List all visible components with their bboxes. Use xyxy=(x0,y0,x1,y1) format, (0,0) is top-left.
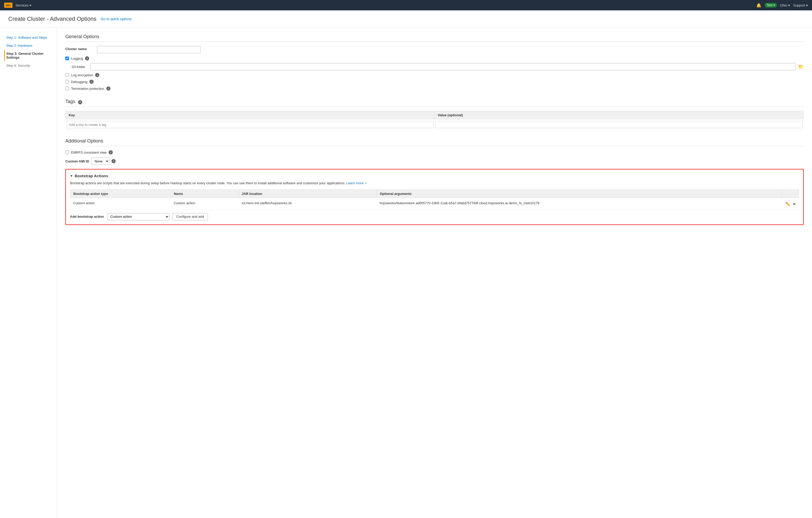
bootstrap-delete-icon[interactable]: ✕ xyxy=(792,202,796,207)
support-chevron-icon: ▾ xyxy=(806,3,808,7)
page-title: Create Cluster - Advanced Options xyxy=(8,16,96,22)
support-label: Support xyxy=(793,3,805,7)
bootstrap-edit-icon[interactable]: ✏️ xyxy=(785,202,790,207)
sidebar-item-step4: Step 4: Security xyxy=(4,62,53,69)
main-layout: Step 1: Software and Steps Step 2: Hardw… xyxy=(0,28,812,518)
custom-ami-row: Custom AMI ID None i xyxy=(65,158,804,165)
aws-logo-icon: aws xyxy=(4,3,12,8)
bootstrap-col-optional-args: Optional arguments xyxy=(376,189,782,198)
account-badge[interactable]: Test ▾ xyxy=(764,3,777,7)
region-label: Ohio xyxy=(780,3,787,7)
bootstrap-col-name: Name xyxy=(171,189,238,198)
services-label: Services xyxy=(16,3,29,7)
tags-info-icon[interactable]: i xyxy=(78,100,82,104)
log-encryption-label: Log encryption xyxy=(71,73,93,77)
tags-table: Key Value (optional) xyxy=(65,111,804,130)
external-link-icon: ↗ xyxy=(365,182,367,185)
bootstrap-actions-section: ▼ Bootstrap Actions Bootstrap actions ar… xyxy=(65,169,804,225)
custom-ami-info-icon[interactable]: i xyxy=(112,159,116,163)
debugging-row: Debugging i xyxy=(65,80,804,84)
services-menu[interactable]: Services ▾ xyxy=(16,3,31,7)
logging-checkbox[interactable] xyxy=(65,57,69,60)
support-menu[interactable]: Support ▾ xyxy=(793,3,808,7)
learn-more-link[interactable]: Learn more xyxy=(346,181,364,185)
emrfs-checkbox[interactable] xyxy=(65,151,69,154)
logging-row: Logging i xyxy=(65,56,804,60)
page-header: Create Cluster - Advanced Options Go to … xyxy=(0,10,812,28)
account-chevron-icon: ▾ xyxy=(773,3,775,7)
cluster-name-control: My cluster xyxy=(97,46,201,53)
termination-protection-row: Termination protection i xyxy=(65,86,804,90)
custom-ami-label: Custom AMI ID xyxy=(65,159,89,163)
termination-protection-label: Termination protection xyxy=(71,87,104,90)
s3-folder-browse-icon[interactable]: 📁 xyxy=(798,64,804,70)
sidebar-item-step2[interactable]: Step 2: Hardware xyxy=(4,42,53,49)
bootstrap-header: ▼ Bootstrap Actions xyxy=(70,173,799,178)
aws-logo[interactable]: aws xyxy=(4,3,12,8)
tags-title: Tags i xyxy=(65,99,804,107)
bootstrap-row-actions: ✏️ ✕ xyxy=(785,201,796,207)
sidebar-item-step3: Step 3: General Cluster Settings xyxy=(4,50,53,61)
tags-key-input[interactable] xyxy=(67,121,434,128)
top-navigation: aws Services ▾ 🔔 Test ▾ Ohio ▾ Support ▾ xyxy=(0,0,812,10)
tags-section: Tags i Key Value (optional) xyxy=(65,99,804,130)
s3-folder-label: S3 folder xyxy=(71,65,88,69)
quick-options-link[interactable]: Go to quick options xyxy=(100,17,132,21)
account-label: Test xyxy=(766,3,772,7)
emrfs-info-icon[interactable]: i xyxy=(109,150,113,155)
cluster-name-row: Cluster name My cluster xyxy=(65,46,804,53)
region-chevron-icon: ▾ xyxy=(788,3,790,7)
tags-key-header: Key xyxy=(66,111,435,119)
tags-value-input[interactable] xyxy=(436,121,803,128)
general-options-title: General Options xyxy=(65,34,804,42)
termination-protection-checkbox[interactable] xyxy=(65,87,69,90)
tags-value-header: Value (optional) xyxy=(435,111,804,119)
services-chevron-icon: ▾ xyxy=(30,3,31,7)
bootstrap-title: Bootstrap Actions xyxy=(75,173,108,178)
bootstrap-row-jar-location: s3://emr-init-steffen/hopsworks.sh xyxy=(238,198,376,210)
region-selector[interactable]: Ohio ▾ xyxy=(780,3,790,7)
debugging-info-icon[interactable]: i xyxy=(89,80,94,84)
bootstrap-collapse-icon[interactable]: ▼ xyxy=(70,174,73,178)
custom-ami-select[interactable]: None xyxy=(91,158,109,165)
additional-options-section: Additional Options EMRFS consistent view… xyxy=(65,138,804,225)
main-content: General Options Cluster name My cluster … xyxy=(57,28,812,518)
logging-info-icon[interactable]: i xyxy=(85,56,89,60)
s3-folder-input[interactable]: s3://aws-logs-755182613526-us-east-2/ela… xyxy=(90,63,796,70)
add-bootstrap-label: Add bootstrap action xyxy=(70,215,104,219)
bootstrap-col-jar-location: JAR location xyxy=(238,189,376,198)
log-encryption-checkbox[interactable] xyxy=(65,73,69,77)
bootstrap-row: Custom action Custom action s3://emr-ini… xyxy=(70,198,799,210)
add-bootstrap-select[interactable]: Custom action xyxy=(107,213,169,220)
emrfs-row: EMRFS consistent view i xyxy=(65,150,804,155)
add-bootstrap-action-row: Add bootstrap action Custom action Confi… xyxy=(70,213,799,220)
emrfs-label: EMRFS consistent view xyxy=(71,151,107,155)
notifications-bell-icon[interactable]: 🔔 xyxy=(756,3,761,8)
bootstrap-col-action-type: Bootstrap action type xyxy=(70,189,171,198)
debugging-checkbox[interactable] xyxy=(65,80,69,84)
general-options-section: General Options Cluster name My cluster … xyxy=(65,34,804,90)
sidebar-item-step1[interactable]: Step 1: Software and Steps xyxy=(4,34,53,41)
bootstrap-row-optional-args: hopsworks/featurestore ad005770-33b5-11e… xyxy=(376,198,782,210)
cluster-name-label: Cluster name xyxy=(65,46,94,51)
logging-label: Logging xyxy=(71,57,83,60)
bootstrap-description: Bootstrap actions are scripts that are e… xyxy=(70,181,799,186)
log-encryption-info-icon[interactable]: i xyxy=(95,73,99,77)
s3-folder-row: S3 folder s3://aws-logs-755182613526-us-… xyxy=(71,63,804,70)
bootstrap-row-action-type: Custom action xyxy=(70,198,171,210)
log-encryption-row: Log encryption i xyxy=(65,73,804,77)
termination-protection-info-icon[interactable]: i xyxy=(106,86,111,90)
sidebar: Step 1: Software and Steps Step 2: Hardw… xyxy=(0,28,57,518)
configure-and-add-button[interactable]: Configure and add xyxy=(172,213,208,220)
bootstrap-row-name: Custom action xyxy=(171,198,238,210)
tags-new-row xyxy=(66,119,804,130)
cluster-name-input[interactable]: My cluster xyxy=(97,46,201,53)
additional-options-title: Additional Options xyxy=(65,138,804,146)
debugging-label: Debugging xyxy=(71,80,87,84)
bootstrap-table: Bootstrap action type Name JAR location … xyxy=(70,189,799,210)
